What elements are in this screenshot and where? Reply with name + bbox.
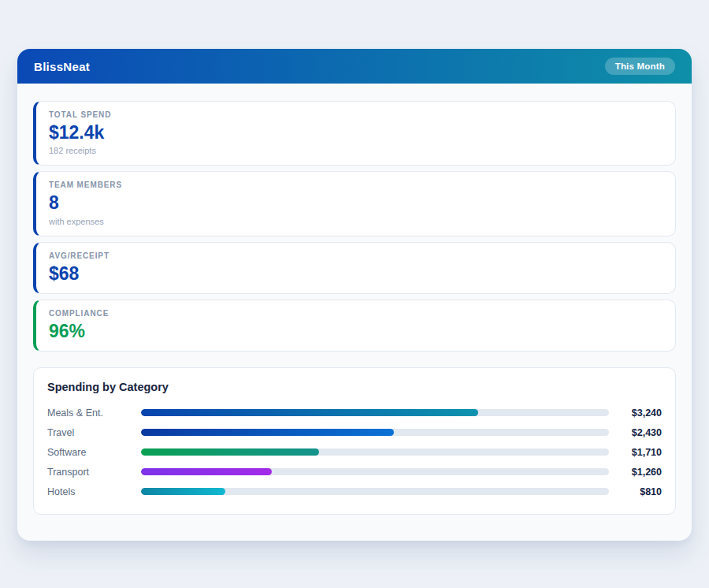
bar-track (141, 429, 609, 436)
stat-card-avg-receipt: AVG/RECEIPT $68 (33, 242, 676, 294)
stat-card-total-spend: TOTAL SPEND $12.4k 182 receipts (33, 101, 676, 166)
stat-label: AVG/RECEIPT (49, 251, 663, 260)
category-label: Transport (47, 467, 141, 478)
chart-row-software: Software $1,710 (47, 442, 662, 462)
category-label: Travel (47, 427, 141, 438)
period-badge[interactable]: This Month (605, 58, 675, 75)
category-value: $1,260 (616, 467, 662, 478)
chart-row-transport: Transport $1,260 (47, 462, 662, 482)
dashboard-content: TOTAL SPEND $12.4k 182 receipts TEAM MEM… (17, 84, 692, 515)
stat-label: TEAM MEMBERS (49, 180, 663, 189)
category-value: $810 (616, 486, 662, 497)
category-label: Meals & Ent. (47, 408, 141, 419)
stat-label: COMPLIANCE (49, 309, 663, 318)
bar-fill (141, 488, 225, 495)
stat-subtext: with expenses (49, 217, 663, 226)
category-value: $3,240 (616, 408, 662, 419)
chart-title: Spending by Category (47, 381, 662, 393)
spending-by-category-chart: Spending by Category Meals & Ent. $3,240… (33, 367, 676, 515)
bar-track (141, 468, 609, 475)
category-label: Hotels (47, 486, 141, 497)
app-header: BlissNeat This Month (17, 49, 692, 84)
bar-track (141, 488, 609, 495)
bar-track (141, 448, 609, 456)
stat-value: 96% (49, 322, 663, 341)
category-label: Software (47, 447, 141, 458)
chart-row-hotels: Hotels $810 (47, 482, 662, 501)
dashboard-panel: BlissNeat This Month TOTAL SPEND $12.4k … (17, 49, 692, 541)
app-title: BlissNeat (34, 60, 90, 73)
stat-card-team-members: TEAM MEMBERS 8 with expenses (33, 171, 676, 236)
stat-label: TOTAL SPEND (49, 110, 663, 119)
category-value: $1,710 (616, 447, 662, 458)
stat-card-compliance: COMPLIANCE 96% (33, 300, 676, 352)
chart-row-meals: Meals & Ent. $3,240 (47, 403, 662, 422)
bar-fill (141, 468, 272, 475)
category-value: $2,430 (616, 427, 662, 438)
bar-track (141, 409, 609, 416)
stat-value: $68 (49, 264, 663, 284)
bar-fill (141, 429, 394, 436)
bar-fill (141, 448, 319, 456)
stat-subtext: 182 receipts (49, 146, 663, 155)
stat-value: 8 (49, 193, 663, 213)
bar-fill (141, 409, 478, 416)
chart-row-travel: Travel $2,430 (47, 422, 662, 442)
stat-value: $12.4k (49, 123, 663, 143)
